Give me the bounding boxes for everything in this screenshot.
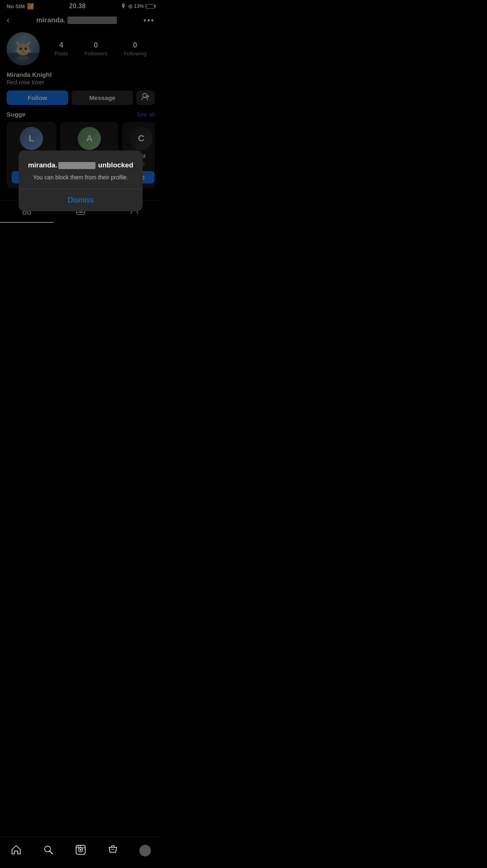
modal-username-redacted (58, 162, 95, 169)
modal-username-part1: miranda. (28, 161, 57, 169)
modal-title: miranda. unblocked (27, 160, 134, 170)
modal-overlay: miranda. unblocked You can block them fr… (0, 0, 161, 362)
modal-subtitle: You can block them from their profile. (27, 174, 134, 181)
modal-content: miranda. unblocked You can block them fr… (19, 150, 143, 189)
modal-unblocked-text: unblocked (98, 161, 133, 169)
modal-box: miranda. unblocked You can block them fr… (19, 150, 143, 212)
dismiss-button[interactable]: Dismiss (19, 189, 143, 211)
